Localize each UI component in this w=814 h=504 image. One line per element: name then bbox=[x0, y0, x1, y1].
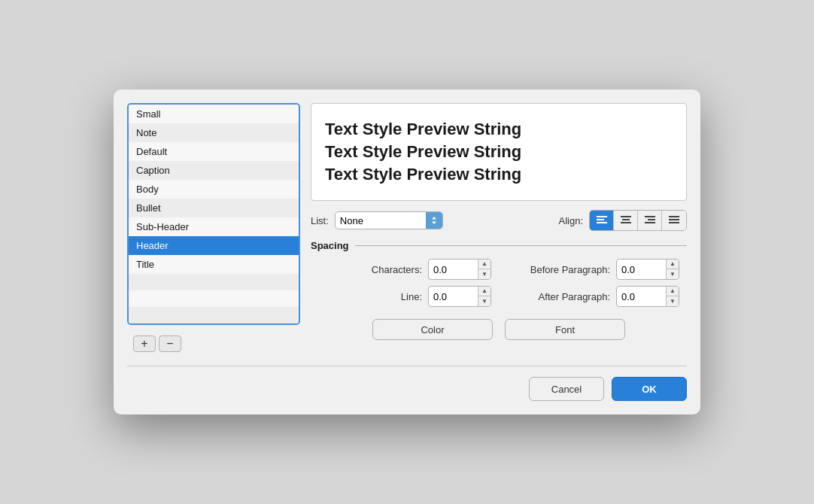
characters-label: Characters: bbox=[372, 264, 422, 275]
line-input-wrapper: ▲ ▼ bbox=[428, 286, 491, 307]
align-justify-button[interactable] bbox=[662, 211, 686, 230]
right-panel: Text Style Preview String Text Style Pre… bbox=[311, 103, 687, 357]
svg-rect-0 bbox=[597, 216, 607, 217]
svg-rect-2 bbox=[597, 222, 607, 223]
svg-rect-4 bbox=[622, 219, 630, 220]
list-item[interactable]: Bullet bbox=[129, 199, 299, 217]
characters-down-button[interactable]: ▼ bbox=[478, 269, 491, 279]
list-item-selected[interactable]: Header bbox=[129, 236, 299, 255]
align-left-button[interactable] bbox=[590, 211, 614, 230]
preview-line-1: Text Style Preview String bbox=[325, 120, 521, 138]
list-item-empty bbox=[129, 307, 299, 323]
characters-input-wrapper: ▲ ▼ bbox=[428, 259, 491, 280]
characters-input[interactable] bbox=[429, 262, 478, 278]
after-paragraph-input[interactable] bbox=[617, 289, 666, 305]
line-up-button[interactable]: ▲ bbox=[478, 287, 491, 296]
spacing-divider bbox=[355, 245, 687, 246]
line-label: Line: bbox=[401, 291, 422, 302]
svg-rect-5 bbox=[621, 222, 631, 223]
preview-box: Text Style Preview String Text Style Pre… bbox=[311, 103, 687, 201]
after-paragraph-field-row: After Paragraph: ▲ ▼ bbox=[506, 286, 679, 307]
ok-button[interactable]: OK bbox=[612, 377, 687, 401]
style-list-container: Small Note Default Caption Body Bullet S… bbox=[127, 103, 300, 325]
before-paragraph-input[interactable] bbox=[617, 262, 666, 278]
left-panel: Small Note Default Caption Body Bullet S… bbox=[127, 103, 300, 357]
svg-rect-10 bbox=[669, 219, 679, 220]
list-dropdown-wrapper: None Bullet Numbered bbox=[335, 211, 443, 229]
before-paragraph-down-button[interactable]: ▼ bbox=[667, 269, 679, 279]
spacing-section: Spacing Characters: ▲ ▼ bbox=[311, 240, 687, 307]
remove-style-button[interactable]: − bbox=[159, 335, 181, 352]
color-font-buttons: Color Font bbox=[311, 319, 687, 340]
svg-rect-3 bbox=[621, 216, 631, 217]
preview-line-2: Text Style Preview String bbox=[325, 142, 521, 161]
align-control-group: Align: bbox=[558, 210, 687, 231]
svg-rect-9 bbox=[669, 216, 679, 217]
style-list: Small Note Default Caption Body Bullet S… bbox=[129, 105, 299, 323]
svg-rect-11 bbox=[669, 222, 679, 223]
before-paragraph-input-wrapper: ▲ ▼ bbox=[616, 259, 679, 280]
line-stepper: ▲ ▼ bbox=[478, 287, 491, 306]
dialog-footer: Cancel OK bbox=[127, 366, 687, 401]
list-dropdown[interactable]: None Bullet Numbered bbox=[336, 213, 426, 229]
after-paragraph-stepper: ▲ ▼ bbox=[666, 287, 679, 306]
characters-stepper: ▲ ▼ bbox=[478, 260, 491, 279]
list-align-row: List: None Bullet Numbered bbox=[311, 210, 687, 231]
before-paragraph-label: Before Paragraph: bbox=[530, 264, 610, 275]
preview-text: Text Style Preview String Text Style Pre… bbox=[325, 118, 521, 185]
cancel-button[interactable]: Cancel bbox=[529, 377, 604, 401]
align-buttons-group bbox=[589, 210, 687, 231]
list-control-group: List: None Bullet Numbered bbox=[311, 211, 443, 229]
svg-rect-6 bbox=[645, 216, 655, 217]
list-item[interactable]: Sub-Header bbox=[129, 217, 299, 236]
list-item[interactable]: Default bbox=[129, 142, 299, 161]
characters-field-row: Characters: ▲ ▼ bbox=[318, 259, 491, 280]
list-label: List: bbox=[311, 215, 329, 226]
list-item[interactable]: Body bbox=[129, 180, 299, 199]
preview-line-3: Text Style Preview String bbox=[325, 165, 521, 184]
font-button[interactable]: Font bbox=[505, 319, 625, 340]
before-paragraph-up-button[interactable]: ▲ bbox=[667, 260, 679, 269]
list-item[interactable]: Note bbox=[129, 123, 299, 142]
spacing-header: Spacing bbox=[311, 240, 687, 251]
align-label: Align: bbox=[558, 215, 583, 226]
after-paragraph-up-button[interactable]: ▲ bbox=[667, 287, 679, 296]
list-button-group: + − bbox=[127, 331, 300, 357]
svg-rect-1 bbox=[597, 219, 604, 220]
line-down-button[interactable]: ▼ bbox=[478, 296, 491, 306]
list-item[interactable]: Caption bbox=[129, 161, 299, 180]
text-styles-dialog: Small Note Default Caption Body Bullet S… bbox=[114, 90, 700, 414]
list-item-empty bbox=[129, 274, 299, 290]
align-center-button[interactable] bbox=[614, 211, 638, 230]
before-paragraph-field-row: Before Paragraph: ▲ ▼ bbox=[506, 259, 679, 280]
svg-rect-8 bbox=[645, 222, 655, 223]
color-button[interactable]: Color bbox=[372, 319, 493, 340]
spacing-title: Spacing bbox=[311, 240, 349, 251]
after-paragraph-down-button[interactable]: ▼ bbox=[667, 296, 679, 306]
list-item-empty bbox=[129, 290, 299, 307]
characters-up-button[interactable]: ▲ bbox=[478, 260, 491, 269]
after-paragraph-input-wrapper: ▲ ▼ bbox=[616, 286, 679, 307]
svg-rect-7 bbox=[648, 219, 655, 220]
list-item[interactable]: Title bbox=[129, 255, 299, 274]
dropdown-arrow-icon bbox=[426, 212, 442, 229]
after-paragraph-label: After Paragraph: bbox=[539, 291, 610, 302]
add-style-button[interactable]: + bbox=[133, 335, 156, 352]
spacing-fields-grid: Characters: ▲ ▼ Before Paragraph: bbox=[311, 259, 687, 307]
before-paragraph-stepper: ▲ ▼ bbox=[666, 260, 679, 279]
dialog-main-content: Small Note Default Caption Body Bullet S… bbox=[127, 103, 687, 357]
align-right-button[interactable] bbox=[638, 211, 662, 230]
line-field-row: Line: ▲ ▼ bbox=[318, 286, 491, 307]
list-item[interactable]: Small bbox=[129, 105, 299, 123]
line-input[interactable] bbox=[429, 289, 478, 305]
